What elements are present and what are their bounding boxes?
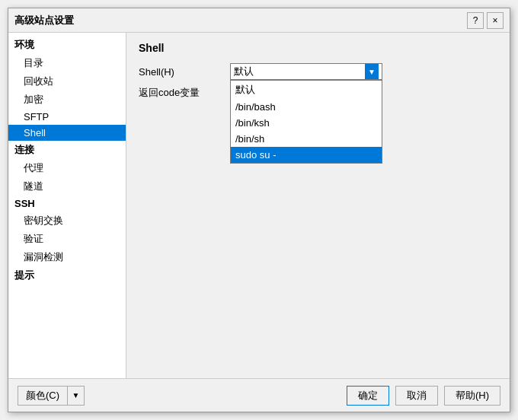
shell-dropdown-list: 默认 /bin/bash /bin/ksh /bin/sh sudo su - (230, 80, 382, 164)
help-title-button[interactable]: ? (467, 12, 484, 29)
sidebar-item-vuln[interactable]: 漏洞检测 (8, 248, 126, 266)
sidebar-group-environment: 环境 (8, 36, 126, 54)
sidebar-group-ssh: SSH (8, 196, 126, 212)
sidebar-group-tips: 提示 (8, 266, 126, 285)
dialog: 高级站点设置 ? × 环境 目录 回收站 加密 SFTP Shell 连接 代理… (8, 8, 510, 412)
color-button[interactable]: 颜色(C) (18, 386, 68, 406)
sidebar: 环境 目录 回收站 加密 SFTP Shell 连接 代理 隧道 SSH 密钥交… (8, 33, 126, 378)
close-title-button[interactable]: × (487, 12, 504, 29)
dropdown-option-default[interactable]: 默认 (231, 81, 382, 99)
title-bar: 高级站点设置 ? × (8, 8, 510, 33)
dropdown-option-bash[interactable]: /bin/bash (231, 99, 382, 115)
sidebar-item-recycle[interactable]: 回收站 (8, 72, 126, 91)
sidebar-item-directory[interactable]: 目录 (8, 54, 126, 72)
main-panel: Shell Shell(H) 默认 ▼ 默认 /bin/bash /bin/ks… (126, 33, 510, 378)
dialog-title: 高级站点设置 (14, 14, 74, 27)
sidebar-item-proxy[interactable]: 代理 (8, 159, 126, 177)
dialog-footer: 颜色(C) ▼ 确定 取消 帮助(H) (8, 378, 510, 412)
cancel-button[interactable]: 取消 (395, 386, 438, 406)
ok-button[interactable]: 确定 (347, 386, 389, 406)
sidebar-item-encrypt[interactable]: 加密 (8, 91, 126, 109)
color-arrow-button[interactable]: ▼ (68, 386, 85, 406)
dialog-body: 环境 目录 回收站 加密 SFTP Shell 连接 代理 隧道 SSH 密钥交… (8, 33, 510, 378)
section-title: Shell (139, 42, 497, 54)
dropdown-option-sudo[interactable]: sudo su - (231, 147, 382, 163)
shell-dropdown-container: 默认 ▼ 默认 /bin/bash /bin/ksh /bin/sh sudo … (230, 63, 382, 80)
dropdown-option-sh[interactable]: /bin/sh (231, 131, 382, 147)
sidebar-group-connection: 连接 (8, 141, 126, 159)
shell-label: Shell(H) (139, 66, 222, 78)
title-bar-buttons: ? × (467, 12, 504, 29)
return-code-label: 返回code变量 (139, 86, 222, 100)
shell-dropdown-value: 默认 (234, 65, 254, 78)
sidebar-item-auth[interactable]: 验证 (8, 230, 126, 248)
shell-dropdown-button[interactable]: 默认 ▼ (230, 63, 382, 80)
sidebar-item-sftp[interactable]: SFTP (8, 109, 126, 125)
dropdown-option-ksh[interactable]: /bin/ksh (231, 115, 382, 131)
footer-left: 颜色(C) ▼ (18, 386, 85, 406)
sidebar-item-kex[interactable]: 密钥交换 (8, 212, 126, 230)
sidebar-item-tunnel[interactable]: 隧道 (8, 177, 126, 196)
dropdown-arrow-icon[interactable]: ▼ (365, 64, 379, 79)
shell-form-row: Shell(H) 默认 ▼ 默认 /bin/bash /bin/ksh /bin… (139, 63, 497, 80)
sidebar-item-shell[interactable]: Shell (8, 125, 126, 141)
help-button[interactable]: 帮助(H) (444, 386, 500, 406)
footer-right: 确定 取消 帮助(H) (347, 386, 500, 406)
